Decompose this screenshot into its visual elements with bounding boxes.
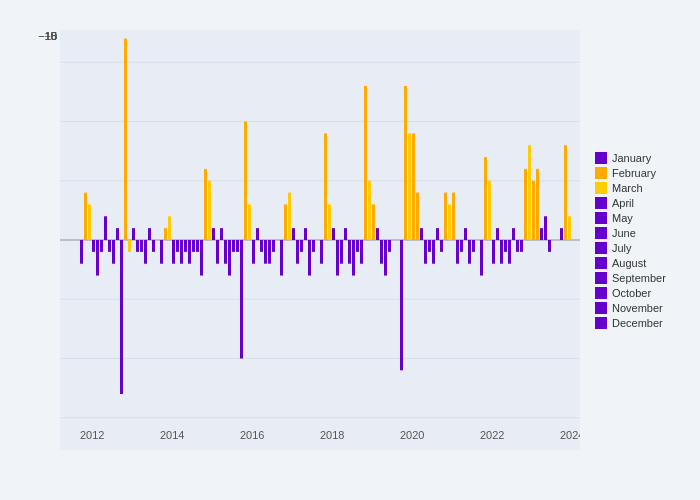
legend-label-september: September xyxy=(612,272,666,284)
legend-item-september: September xyxy=(595,272,690,284)
bar-2012-jan xyxy=(80,240,83,264)
legend-color-september xyxy=(595,272,607,284)
y-axis: 15 10 5 0 −5 −10 −15 xyxy=(5,30,57,450)
bar-2020-oct xyxy=(436,228,439,240)
chart-area: 2012 2014 2016 2018 2020 2022 2024 xyxy=(60,30,580,450)
bar-2014-apr xyxy=(172,240,175,264)
bar-2015-sep xyxy=(232,240,235,252)
bar-2018-jul xyxy=(344,228,347,240)
bar-2021-jul xyxy=(464,228,467,240)
legend-label-august: August xyxy=(612,257,646,269)
bar-2023-jun xyxy=(540,228,543,240)
bar-2020-feb xyxy=(404,86,407,240)
bar-2014-sep xyxy=(192,240,195,252)
bar-2015-mar xyxy=(208,181,211,240)
legend-label-october: October xyxy=(612,287,651,299)
bar-2020-jan xyxy=(400,240,403,370)
bar-2013-feb xyxy=(124,39,127,240)
bar-2019-jun xyxy=(380,240,383,264)
bar-2013-aug xyxy=(148,228,151,240)
x-label-2024: 2024 xyxy=(560,429,580,441)
legend-color-january xyxy=(595,152,607,164)
bar-2013-may xyxy=(136,240,139,252)
legend-item-october: October xyxy=(595,287,690,299)
bar-2022-aug xyxy=(508,240,511,264)
bar-2016-apr xyxy=(252,240,255,264)
legend-color-april xyxy=(595,197,607,209)
x-label-2018: 2018 xyxy=(320,429,344,441)
bar-2016-jun xyxy=(260,240,263,252)
bar-2017-aug xyxy=(308,240,311,276)
bar-2022-sep xyxy=(512,228,515,240)
bar-2014-mar xyxy=(168,216,171,240)
x-label-2014: 2014 xyxy=(160,429,185,441)
bar-2021-jan xyxy=(440,240,443,252)
x-label-2016: 2016 xyxy=(240,429,264,441)
legend-label-february: February xyxy=(612,167,656,179)
bar-2022-jan xyxy=(480,240,483,276)
legend-label-january: January xyxy=(612,152,651,164)
bar-2020-aug xyxy=(428,240,431,252)
bar-2017-feb xyxy=(284,204,287,240)
bar-2021-mar xyxy=(448,204,451,240)
bar-2012-aug xyxy=(108,240,111,252)
x-label-2022: 2022 xyxy=(480,429,504,441)
bar-2020-jul xyxy=(424,240,427,264)
bar-2020-may xyxy=(416,193,419,240)
chart-legend: January February March April May June Ju… xyxy=(580,30,690,450)
bar-2016-may xyxy=(256,228,259,240)
bar-2021-aug xyxy=(468,240,471,264)
bar-2012-jul xyxy=(104,216,107,240)
bar-2017-jan xyxy=(280,240,283,276)
bar-2015-jan xyxy=(200,240,203,276)
legend-color-november xyxy=(595,302,607,314)
legend-color-july xyxy=(595,242,607,254)
bar-2020-apr xyxy=(412,133,415,240)
bar-2014-jul xyxy=(184,240,187,252)
bar-2021-apr xyxy=(452,193,455,240)
bar-2023-may xyxy=(536,169,539,240)
bar-2019-jul xyxy=(384,240,387,276)
chart-container: 15 10 5 0 −5 −10 −15 xyxy=(0,0,700,500)
legend-item-june: June xyxy=(595,227,690,239)
bar-2017-may xyxy=(296,240,299,264)
legend-label-december: December xyxy=(612,317,663,329)
bar-2014-feb xyxy=(164,228,167,240)
bar-2024-feb xyxy=(564,145,567,240)
bar-2015-jul xyxy=(224,240,227,264)
bar-2019-mar xyxy=(368,181,371,240)
bar-2014-jun xyxy=(180,240,183,264)
bar-2017-jun xyxy=(300,240,303,252)
x-label-2020: 2020 xyxy=(400,429,424,441)
bar-2013-apr xyxy=(132,228,135,240)
bar-2021-jun xyxy=(460,240,463,252)
legend-item-july: July xyxy=(595,242,690,254)
bar-2018-may xyxy=(336,240,339,276)
bar-2021-sep xyxy=(472,240,475,252)
bar-2022-feb xyxy=(484,157,487,240)
legend-color-december xyxy=(595,317,607,329)
bar-2014-may xyxy=(176,240,179,252)
legend-item-april: April xyxy=(595,197,690,209)
bar-2016-jan xyxy=(240,240,243,358)
x-label-2012: 2012 xyxy=(80,429,104,441)
legend-label-november: November xyxy=(612,302,663,314)
bar-2012-sep xyxy=(112,240,115,264)
bar-2014-aug xyxy=(188,240,191,264)
bar-2016-jul xyxy=(264,240,267,264)
bar-2013-jun xyxy=(140,240,143,252)
bar-2018-mar xyxy=(328,204,331,240)
bar-2016-feb xyxy=(244,122,247,240)
legend-color-june xyxy=(595,227,607,239)
legend-item-february: February xyxy=(595,167,690,179)
chart-svg: 2012 2014 2016 2018 2020 2022 2024 xyxy=(60,30,580,450)
bar-2021-feb xyxy=(444,193,447,240)
bar-2018-feb xyxy=(324,133,327,240)
bar-2019-feb xyxy=(364,86,367,240)
legend-label-july: July xyxy=(612,242,632,254)
bar-2018-oct xyxy=(356,240,359,252)
legend-item-january: January xyxy=(595,152,690,164)
bar-2014-jan xyxy=(160,240,163,264)
bar-2018-sep xyxy=(352,240,355,276)
bar-2023-apr xyxy=(532,181,535,240)
